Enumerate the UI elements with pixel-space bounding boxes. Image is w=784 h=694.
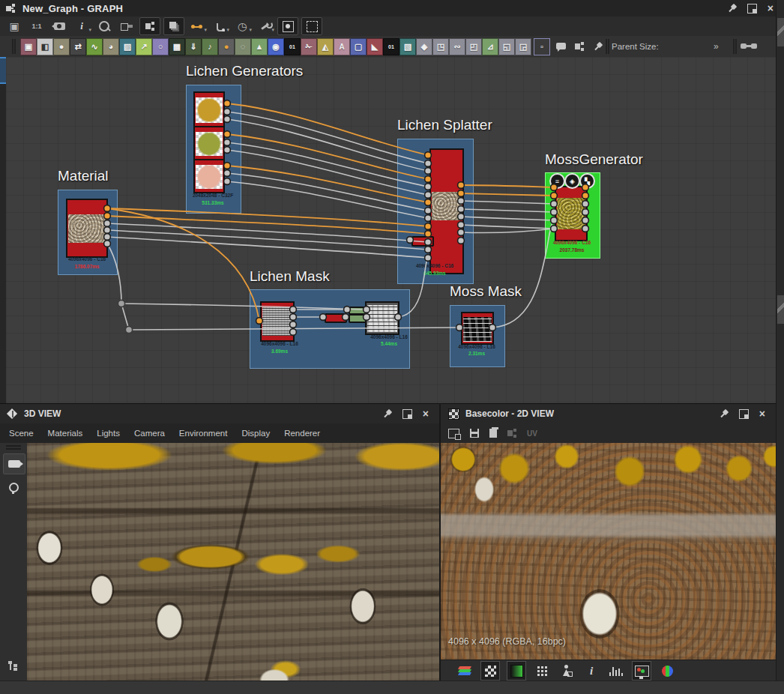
scatter-node-icon[interactable]: ⊿ (482, 38, 498, 55)
pin[interactable] (425, 239, 432, 246)
pin[interactable] (425, 223, 432, 230)
blur-node-icon[interactable]: ● (53, 38, 70, 55)
panel-2d-header[interactable]: Basecolor - 2D VIEW × (441, 404, 776, 424)
pin[interactable] (582, 201, 589, 208)
hsl-node-icon[interactable]: ◉ (268, 38, 284, 55)
bitmap-node-icon[interactable]: ▣ (20, 38, 37, 55)
pin[interactable] (582, 184, 589, 191)
viewport-3d[interactable] (27, 443, 439, 681)
blend-node-icon[interactable]: ◧ (37, 38, 53, 55)
frame-tool-icon[interactable] (571, 38, 588, 54)
screenshot-button[interactable] (49, 18, 69, 34)
actual-size-button[interactable]: 1:1 (27, 18, 46, 34)
pin[interactable] (104, 220, 111, 227)
height-blend-icon[interactable]: ⇓ (185, 38, 202, 55)
connection-color-button[interactable]: ▾ (187, 18, 207, 34)
pin[interactable] (489, 325, 496, 331)
pin[interactable] (224, 163, 231, 169)
pin[interactable] (104, 205, 111, 212)
pin[interactable] (551, 201, 558, 208)
value-processor-icon[interactable]: 01 (383, 38, 399, 55)
pin[interactable] (458, 190, 465, 197)
scene-tree-button[interactable] (3, 656, 24, 675)
pin[interactable] (290, 322, 297, 328)
tiling-button[interactable] (533, 662, 551, 680)
light-mode-button[interactable] (3, 477, 24, 497)
dock-handle[interactable] (777, 295, 784, 324)
link-button[interactable] (117, 18, 136, 34)
pin[interactable] (425, 192, 432, 199)
input-node-icon[interactable]: ▫ (534, 38, 550, 55)
pin[interactable] (364, 314, 370, 321)
node-graph-canvas[interactable]: Lichen Generators Material Lichen Splatt… (6, 57, 776, 403)
channels-shuffle-icon[interactable]: ⇄ (70, 38, 86, 55)
pin[interactable] (458, 206, 465, 213)
transform-node-icon[interactable]: ▢ (350, 38, 367, 55)
connector-icon[interactable] (741, 43, 759, 49)
pin[interactable] (344, 307, 351, 313)
maximize-icon[interactable] (402, 409, 412, 419)
pin[interactable] (458, 222, 465, 229)
distance-node-icon[interactable]: ▨ (119, 38, 136, 55)
compute-timing-button[interactable]: ◷▾ (232, 18, 252, 34)
shape-node-icon[interactable]: ○ (152, 38, 169, 55)
copy-image-button[interactable] (489, 429, 497, 438)
menu-lights[interactable]: Lights (97, 429, 120, 438)
pin[interactable] (458, 198, 465, 205)
pin[interactable] (551, 209, 558, 216)
color-wheel-button[interactable] (658, 662, 676, 680)
gradient-map-icon[interactable]: ↗ (136, 38, 152, 55)
pin[interactable] (343, 314, 349, 321)
bitmap-01-icon[interactable]: 01 (284, 38, 301, 55)
pin[interactable] (104, 227, 111, 234)
pin[interactable] (425, 160, 432, 167)
pin[interactable] (425, 152, 432, 159)
pin-tool-icon[interactable] (590, 38, 606, 54)
pin-icon[interactable] (720, 409, 729, 418)
pin[interactable] (458, 229, 465, 236)
thumbnail-display-button[interactable] (277, 17, 298, 35)
channels-stack-icon[interactable] (456, 662, 474, 680)
pin[interactable] (551, 226, 558, 232)
symmetry-node-icon[interactable]: ◭ (317, 38, 334, 55)
viewport-2d[interactable]: 4096 x 4096 (RGBA, 16bpc) (441, 443, 776, 660)
search-button[interactable] (94, 18, 114, 34)
maximize-icon[interactable] (747, 4, 757, 13)
pin[interactable] (224, 109, 231, 115)
pin[interactable] (458, 238, 465, 244)
panel-3d-header[interactable]: 3D VIEW × (0, 404, 439, 424)
pin[interactable] (290, 329, 297, 336)
comment-tool-icon[interactable] (552, 38, 569, 54)
grid-snap-button[interactable] (301, 17, 322, 35)
pin[interactable] (224, 147, 231, 154)
pin[interactable] (551, 184, 558, 191)
pin[interactable] (458, 182, 465, 189)
information-button[interactable]: i (582, 662, 600, 680)
pin[interactable] (425, 247, 432, 253)
pin[interactable] (551, 193, 558, 199)
pin[interactable] (224, 131, 231, 138)
pin[interactable] (425, 231, 432, 238)
tools-button[interactable]: ▾ (255, 18, 274, 34)
pin[interactable] (582, 217, 589, 224)
physical-scale-button[interactable] (558, 662, 576, 680)
sidebar-grip[interactable] (6, 445, 21, 447)
fxmap-switch-icon[interactable]: ∾ (449, 38, 465, 55)
overflow-chevron[interactable]: » (714, 36, 718, 57)
pin[interactable] (456, 325, 463, 331)
pin[interactable] (425, 208, 432, 214)
fit-view-button[interactable]: ▣ (4, 18, 24, 34)
pin[interactable] (256, 318, 263, 325)
transparency-background-button[interactable] (480, 661, 500, 681)
pin[interactable] (582, 226, 589, 232)
pin[interactable] (425, 199, 432, 206)
curve-node-icon[interactable]: ∿ (86, 38, 103, 55)
pin[interactable] (458, 214, 465, 220)
pin[interactable] (224, 170, 231, 177)
export-image-button[interactable] (448, 429, 459, 438)
info-button[interactable]: i▾ (72, 18, 91, 34)
pin[interactable] (224, 116, 231, 123)
menu-materials[interactable]: Materials (48, 429, 83, 438)
maximize-icon[interactable] (739, 409, 749, 419)
camera-mode-button[interactable] (3, 453, 25, 474)
